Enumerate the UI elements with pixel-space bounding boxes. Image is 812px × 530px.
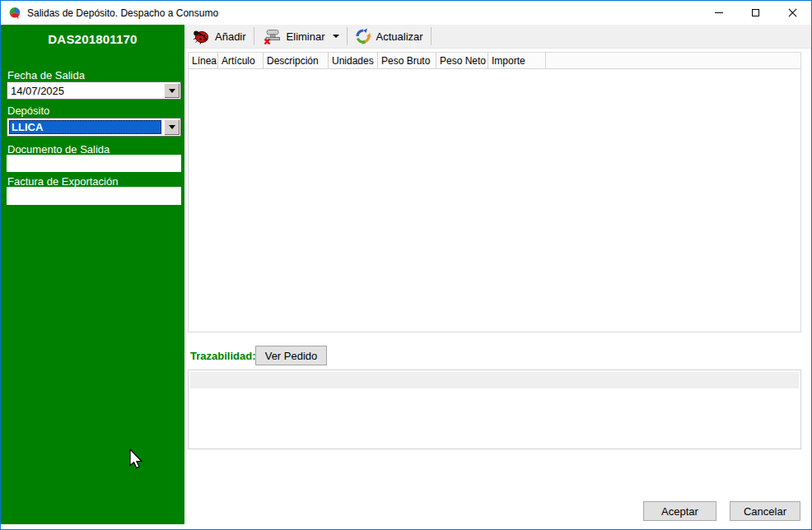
- add-button[interactable]: Añadir: [184, 26, 254, 47]
- maximize-icon: [752, 9, 759, 16]
- dropdown-caret-icon: [333, 35, 339, 38]
- accept-button[interactable]: Aceptar: [643, 501, 716, 521]
- cancel-button[interactable]: Cancelar: [730, 501, 800, 521]
- column-header-peso-bruto[interactable]: Peso Bruto: [378, 53, 436, 69]
- factura-exportacion-input[interactable]: [7, 187, 181, 205]
- column-header-unidades[interactable]: Unidades: [329, 53, 378, 69]
- refresh-button[interactable]: Actualizar: [348, 26, 431, 47]
- close-icon: [788, 8, 797, 17]
- refresh-icon: [355, 28, 371, 44]
- chevron-down-icon: [169, 89, 175, 93]
- column-header-articulo[interactable]: Artículo: [218, 53, 264, 69]
- fecha-salida-combobox[interactable]: 14/07/2025: [7, 81, 181, 100]
- window-title: Salidas de Depósito. Despacho a Consumo: [27, 7, 218, 19]
- chevron-down-icon: [169, 125, 175, 129]
- factura-exportacion-label: Factura de Exportación: [7, 175, 118, 188]
- fecha-salida-value: 14/07/2025: [7, 82, 163, 99]
- delete-device-icon: [262, 28, 282, 44]
- toolbar: Añadir Eliminar: [184, 25, 811, 49]
- ver-pedido-button[interactable]: Ver Pedido: [255, 346, 327, 365]
- app-window: Salidas de Depósito. Despacho a Consumo …: [0, 0, 812, 530]
- minimize-button[interactable]: [700, 1, 737, 25]
- column-header-peso-neto[interactable]: Peso Neto: [436, 53, 488, 69]
- documento-salida-input[interactable]: [7, 155, 181, 172]
- traceability-panel-header: [190, 372, 799, 388]
- add-button-label: Añadir: [215, 30, 246, 43]
- title-bar: Salidas de Depósito. Despacho a Consumo: [1, 1, 811, 25]
- delete-button-label: Eliminar: [287, 30, 325, 43]
- column-header-descripcion[interactable]: Descripción: [264, 53, 329, 69]
- delete-button[interactable]: Eliminar: [254, 26, 347, 47]
- minimize-icon: [715, 12, 723, 13]
- items-grid[interactable]: Línea Artículo Descripción Unidades Peso…: [188, 52, 801, 332]
- refresh-button-label: Actualizar: [376, 30, 423, 43]
- traceability-label: Trazabilidad:: [190, 350, 255, 362]
- deposito-dropdown-button[interactable]: [164, 119, 180, 135]
- maximize-button[interactable]: [737, 1, 774, 25]
- column-header-filler: [546, 53, 800, 69]
- column-header-importe[interactable]: Importe: [488, 53, 546, 69]
- close-button[interactable]: [774, 1, 811, 25]
- toolbar-separator: [431, 27, 432, 45]
- column-header-linea[interactable]: Línea: [189, 53, 218, 69]
- document-id: DAS201801170: [1, 32, 184, 46]
- deposito-value: LLICA: [9, 120, 161, 134]
- fecha-salida-dropdown-button[interactable]: [164, 83, 180, 98]
- documento-salida-label: Documento de Salida: [7, 143, 110, 156]
- deposito-label: Depósito: [7, 105, 49, 117]
- traceability-panel: [188, 370, 801, 449]
- main-area: Añadir Eliminar: [184, 25, 811, 529]
- deposito-combobox[interactable]: LLICA: [7, 118, 181, 137]
- grid-header-row: Línea Artículo Descripción Unidades Peso…: [189, 53, 800, 69]
- fecha-salida-label: Fecha de Salida: [7, 69, 85, 81]
- sidebar: DAS201801170 Fecha de Salida 14/07/2025 …: [1, 25, 184, 524]
- ladybug-icon: [192, 28, 210, 44]
- app-icon: [8, 7, 21, 20]
